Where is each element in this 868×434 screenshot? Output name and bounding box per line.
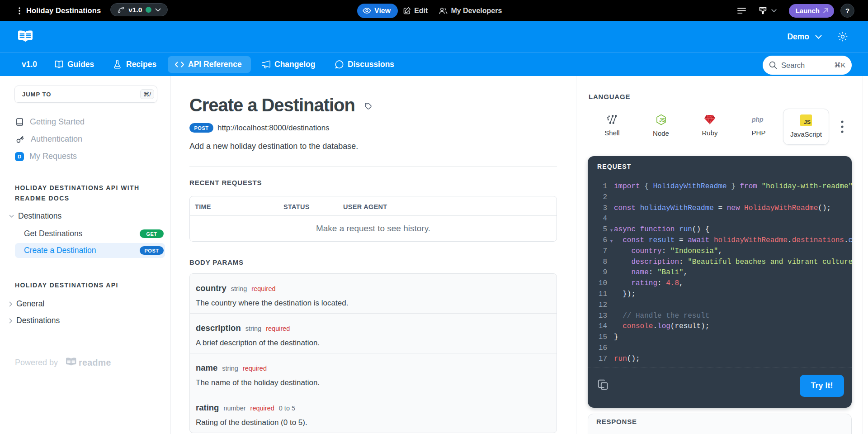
svg-text:readme: readme [79,358,111,367]
svg-text:JS: JS [659,117,665,123]
svg-text:php: php [751,116,764,123]
